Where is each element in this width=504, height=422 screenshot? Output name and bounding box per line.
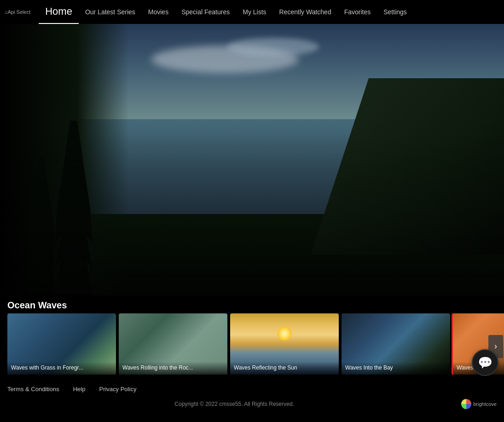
- footer: Terms & Conditions Help Privacy Policy C…: [0, 379, 504, 414]
- hero-banner: [0, 24, 504, 295]
- nav-item-home[interactable]: Home: [39, 0, 79, 24]
- footer-links: Terms & Conditions Help Privacy Policy: [7, 386, 497, 393]
- main-nav: ⌂ Api Select Home Our Latest Series Movi…: [0, 0, 504, 24]
- nav-link-favorites[interactable]: Favorites: [338, 0, 377, 24]
- thumb-label-4: Waves Into the Bay: [342, 362, 450, 375]
- nav-link-recently-watched[interactable]: Recently Watched: [273, 0, 338, 24]
- thumb-card-3[interactable]: Waves Reflecting the Sun: [230, 313, 339, 375]
- nav-item-settings[interactable]: Settings: [377, 0, 413, 24]
- nav-item-movies[interactable]: Movies: [142, 0, 175, 24]
- nav-logo[interactable]: ⌂ Api Select: [5, 9, 30, 15]
- nav-link-settings[interactable]: Settings: [377, 0, 413, 24]
- brightcove-icon: [461, 399, 471, 409]
- thumb-label-1: Waves with Grass in Foregr...: [7, 362, 116, 375]
- hero-background: [0, 24, 504, 295]
- chat-icon: 💬: [478, 356, 492, 370]
- nav-item-my-lists[interactable]: My Lists: [236, 0, 272, 24]
- footer-help-link[interactable]: Help: [73, 386, 86, 393]
- nav-item-latest-series[interactable]: Our Latest Series: [79, 0, 142, 24]
- thumb-label-3: Waves Reflecting the Sun: [230, 362, 339, 375]
- nav-link-latest-series[interactable]: Our Latest Series: [79, 0, 142, 24]
- hero-scene: [0, 24, 504, 295]
- chevron-right-icon: ›: [494, 341, 497, 351]
- nav-link-movies[interactable]: Movies: [142, 0, 175, 24]
- hero-overlay: [0, 24, 504, 295]
- footer-copyright: Copyright © 2022 cmsse55. All Rights Res…: [7, 401, 461, 407]
- nav-item-favorites[interactable]: Favorites: [338, 0, 377, 24]
- nav-item-special-features[interactable]: Special Features: [175, 0, 236, 24]
- footer-privacy-link[interactable]: Privacy Policy: [99, 386, 136, 393]
- thumbnails-section: Waves with Grass in Foregr... Waves Roll…: [0, 313, 504, 379]
- brightcove-logo: brightcove: [461, 399, 497, 409]
- section-title: Ocean Waves: [0, 295, 504, 313]
- footer-bottom: Copyright © 2022 cmsse55. All Rights Res…: [7, 397, 497, 411]
- section-title-text: Ocean Waves: [7, 300, 67, 310]
- nav-link-my-lists[interactable]: My Lists: [236, 0, 272, 24]
- nav-link-special-features[interactable]: Special Features: [175, 0, 236, 24]
- brightcove-text: brightcove: [473, 401, 497, 407]
- chat-button[interactable]: 💬: [472, 349, 498, 376]
- nav-links: Home Our Latest Series Movies Special Fe…: [39, 0, 413, 24]
- nav-item-recently-watched[interactable]: Recently Watched: [273, 0, 338, 24]
- footer-terms-link[interactable]: Terms & Conditions: [7, 386, 59, 393]
- thumb-card-2[interactable]: Waves Rolling into the Roc...: [119, 313, 227, 375]
- thumb-card-1[interactable]: Waves with Grass in Foregr...: [7, 313, 116, 375]
- nav-logo-text: Api Select: [8, 9, 31, 15]
- thumbnails-row: Waves with Grass in Foregr... Waves Roll…: [0, 313, 504, 375]
- thumb-card-4[interactable]: Waves Into the Bay: [342, 313, 450, 375]
- home-icon: ⌂: [5, 9, 8, 15]
- sun-icon: [278, 327, 291, 341]
- thumb-label-2: Waves Rolling into the Roc...: [119, 362, 227, 375]
- nav-link-home[interactable]: Home: [39, 0, 79, 24]
